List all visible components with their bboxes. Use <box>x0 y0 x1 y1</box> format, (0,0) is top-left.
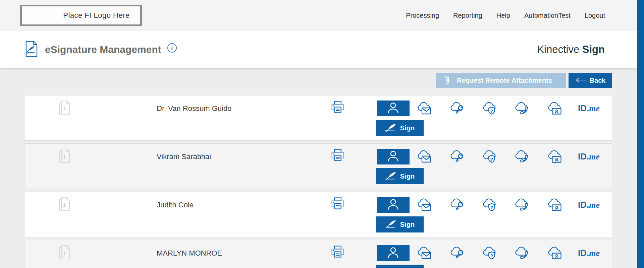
signer-name: Dr. Van Rossum Guido <box>157 95 231 122</box>
page-header: x eSignature Management i Kinective Sign <box>0 31 644 68</box>
print-icon[interactable] <box>330 149 346 164</box>
cloud-shield-question-icon[interactable]: ? <box>482 149 498 164</box>
sign-label: Sign <box>400 173 415 180</box>
info-icon[interactable]: i <box>167 43 177 53</box>
person-icon <box>386 247 400 259</box>
esignature-document-quill-icon: x <box>25 41 38 59</box>
cloud-id-card-icon[interactable] <box>547 149 563 164</box>
cloud-phone-icon[interactable] <box>514 245 530 261</box>
idme-badge[interactable]: ID.me <box>578 245 600 261</box>
cloud-key-icon[interactable] <box>449 100 466 116</box>
svg-text:x: x <box>385 129 387 132</box>
request-remote-attachments-button[interactable]: Request Remote Attachments <box>436 73 566 88</box>
cloud-email-icon[interactable] <box>417 149 433 164</box>
sign-button[interactable]: x Sign <box>376 265 424 268</box>
paperclip-icon <box>443 74 450 87</box>
quill-pen-icon: x <box>385 171 397 182</box>
cloud-shield-question-icon[interactable]: ? <box>482 245 498 261</box>
person-icon <box>386 102 400 115</box>
signer-row: 1 MARLYN MONROE <box>24 240 612 268</box>
back-label: Back <box>590 77 606 84</box>
signer-name: Vikram Sarabhai <box>157 144 211 170</box>
top-nav: Processing Reporting Help AutomationTest… <box>406 12 605 19</box>
action-bar: Request Remote Attachments Back <box>24 73 612 88</box>
cloud-phone-icon[interactable] <box>514 149 530 164</box>
page: Place FI Logo Here Processing Reporting … <box>0 0 644 268</box>
idme-bold-text: ID. <box>578 200 589 210</box>
print-icon[interactable] <box>330 100 346 116</box>
fi-logo-placeholder: Place FI Logo Here <box>20 5 142 26</box>
signer-list: 1 Dr. Van Rossum Guido <box>24 95 612 268</box>
documents-count-icon: 1 <box>58 197 71 214</box>
back-button[interactable]: Back <box>569 73 612 88</box>
nav-help[interactable]: Help <box>496 12 510 19</box>
svg-text:1: 1 <box>63 154 66 159</box>
quill-pen-icon: x <box>385 219 397 230</box>
documents-count-icon: 1 <box>58 148 71 166</box>
left-arrow-icon <box>575 77 586 84</box>
print-icon[interactable] <box>330 245 346 261</box>
cloud-email-icon[interactable] <box>417 100 433 116</box>
svg-text:x: x <box>26 51 28 54</box>
request-remote-attachments-label: Request Remote Attachments <box>457 77 552 84</box>
signer-person-button[interactable] <box>377 149 410 164</box>
print-icon[interactable] <box>330 197 346 213</box>
sign-button[interactable]: x Sign <box>376 216 424 232</box>
cloud-key-icon[interactable] <box>449 149 466 164</box>
cloud-shield-question-icon[interactable]: ? <box>482 197 498 213</box>
svg-text:?: ? <box>490 156 493 161</box>
sign-button[interactable]: x Sign <box>376 168 424 184</box>
svg-text:1: 1 <box>63 250 66 256</box>
quill-pen-icon: x <box>385 123 397 133</box>
cloud-id-card-icon[interactable] <box>547 100 563 116</box>
person-icon <box>386 199 400 211</box>
person-icon <box>386 150 400 163</box>
sign-label: Sign <box>400 124 415 132</box>
svg-text:x: x <box>385 225 387 228</box>
idme-italic-text: me <box>589 104 600 114</box>
brand-name: Kinective <box>537 44 579 55</box>
idme-bold-text: ID. <box>578 151 589 162</box>
signer-name: MARLYN MONROE <box>157 240 222 266</box>
svg-text:1: 1 <box>63 202 66 208</box>
sign-button[interactable]: x Sign <box>376 120 424 136</box>
idme-bold-text: ID. <box>578 103 589 114</box>
signer-person-button[interactable] <box>377 245 410 261</box>
svg-text:?: ? <box>490 108 493 113</box>
signer-name: Judith Cole <box>157 192 194 218</box>
fi-logo-text: Place FI Logo Here <box>63 11 130 20</box>
nav-reporting[interactable]: Reporting <box>453 12 482 19</box>
idme-badge[interactable]: ID.me <box>578 100 600 116</box>
signer-person-button[interactable] <box>377 197 410 213</box>
vertical-scrollbar[interactable] <box>637 0 644 268</box>
svg-text:?: ? <box>490 253 493 258</box>
nav-logout[interactable]: Logout <box>585 12 605 19</box>
cloud-phone-icon[interactable] <box>514 197 530 213</box>
cloud-email-icon[interactable] <box>417 197 433 213</box>
cloud-key-icon[interactable] <box>449 245 466 261</box>
svg-text:x: x <box>385 177 387 180</box>
signer-person-button[interactable] <box>377 100 410 116</box>
nav-processing[interactable]: Processing <box>406 12 439 19</box>
cloud-shield-question-icon[interactable]: ? <box>482 100 498 116</box>
cloud-key-icon[interactable] <box>449 197 466 213</box>
sign-label: Sign <box>400 221 415 228</box>
cloud-id-card-icon[interactable] <box>547 245 563 261</box>
documents-count-icon: 1 <box>58 100 71 118</box>
cloud-email-icon[interactable] <box>417 245 433 261</box>
idme-badge[interactable]: ID.me <box>578 149 600 164</box>
signer-row: 1 Vikram Sarabhai <box>24 143 612 189</box>
nav-automationtest[interactable]: AutomationTest <box>524 12 571 19</box>
topbar: Place FI Logo Here Processing Reporting … <box>0 0 644 31</box>
documents-count-icon: 1 <box>58 245 71 262</box>
idme-bold-text: ID. <box>578 248 589 258</box>
content-area: Request Remote Attachments Back 1 Dr. V <box>0 68 644 268</box>
idme-italic-text: me <box>589 200 600 210</box>
svg-text:?: ? <box>490 205 493 210</box>
idme-badge[interactable]: ID.me <box>578 197 600 213</box>
cloud-id-card-icon[interactable] <box>547 197 563 213</box>
page-title: eSignature Management <box>45 44 161 55</box>
cloud-phone-icon[interactable] <box>514 100 530 116</box>
idme-italic-text: me <box>589 152 600 162</box>
signer-row: 1 Dr. Van Rossum Guido <box>24 95 612 141</box>
